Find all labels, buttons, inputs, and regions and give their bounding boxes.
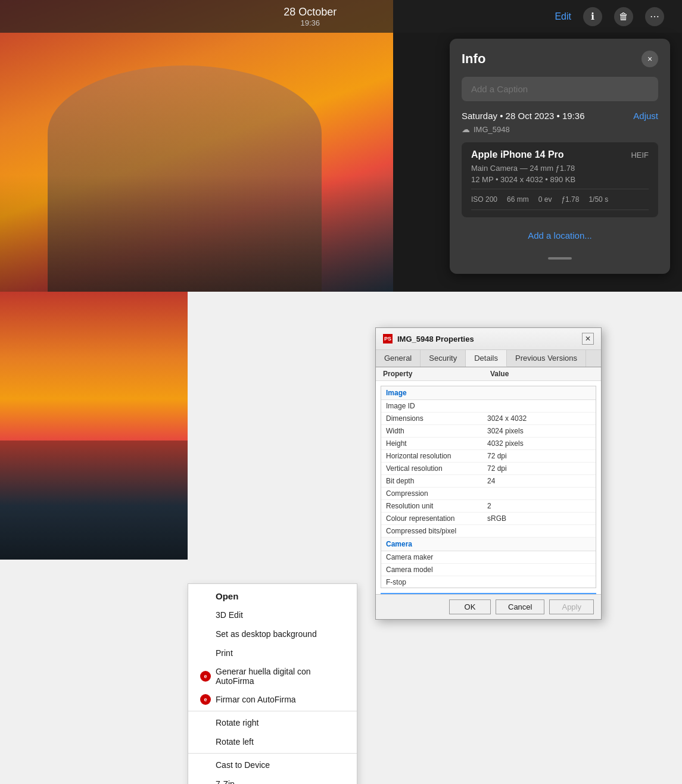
photo-viewer: 28 October 19:36 Edit ℹ 🗑 ⋯ Info × Satur… — [0, 0, 682, 292]
main-photo — [0, 0, 393, 292]
more-button[interactable]: ⋯ — [645, 7, 664, 26]
properties-dialog: PS IMG_5948 Properties ✕ General Securit… — [375, 327, 602, 620]
sep1 — [188, 711, 357, 711]
cloud-icon: ☁ — [462, 124, 470, 134]
fstop-spec: ƒ1.78 — [561, 195, 579, 204]
ctx-autofirma1[interactable]: e Generar huella digital con AutoFirma — [188, 663, 357, 690]
add-location-button[interactable]: Add a location... — [462, 224, 658, 246]
rotate-left-icon — [200, 736, 211, 747]
col-value-label: Value — [490, 370, 509, 378]
ctx-7zip-label: 7-Zip — [216, 779, 235, 784]
tab-security[interactable]: Security — [421, 350, 466, 367]
prop-colour-rep: Colour representation sRGB — [381, 513, 596, 525]
scroll-indicator — [462, 251, 658, 262]
context-menu: Open 3D Edit Set as desktop background P… — [188, 583, 357, 784]
section-camera: Camera — [381, 538, 596, 551]
prop-camera-maker: Camera maker — [381, 551, 596, 564]
autofirma2-icon: e — [200, 694, 211, 705]
tab-previous-versions[interactable]: Previous Versions — [507, 350, 586, 367]
ctx-7zip[interactable]: 7-Zip — [188, 774, 357, 784]
dialog-close-button[interactable]: ✕ — [582, 333, 594, 345]
props-scroll-area[interactable]: Image Image ID Dimensions 3024 x 4032 Wi… — [381, 386, 596, 588]
prop-h-res: Horizontal resolution 72 dpi — [381, 450, 596, 463]
photo-meta: Saturday • 28 Oct 2023 • 19:36 Adjust — [462, 111, 658, 121]
couple-silhouette — [48, 65, 322, 292]
rotate-right-icon — [200, 717, 211, 728]
prop-compression: Compression — [381, 488, 596, 500]
heif-badge: HEIF — [631, 151, 649, 160]
tab-general[interactable]: General — [376, 350, 421, 367]
time-text: 19:36 — [284, 18, 337, 27]
ctx-rotate-right-label: Rotate right — [216, 718, 259, 727]
dialog-title-text: IMG_5948 Properties — [397, 335, 474, 343]
edit-button[interactable]: Edit — [555, 11, 571, 22]
ev-spec: 0 ev — [538, 195, 552, 204]
ctx-open-label: Open — [216, 591, 238, 601]
device-header: Apple iPhone 14 Pro HEIF — [471, 149, 649, 160]
ctx-rotate-left-label: Rotate left — [216, 737, 254, 746]
caption-input[interactable] — [462, 77, 658, 101]
prop-width: Width 3024 pixels — [381, 425, 596, 438]
dialog-content: Property Value Image Image ID Dimensions… — [376, 367, 601, 594]
prop-compressed-bits: Compressed bits/pixel — [381, 525, 596, 538]
second-photo — [0, 292, 188, 560]
props-table-header: Property Value — [376, 367, 601, 381]
tech-specs: ISO 200 66 mm 0 ev ƒ1.78 1/50 s — [471, 189, 649, 210]
cancel-button[interactable]: Cancel — [496, 599, 544, 614]
desktop-bg-icon — [200, 629, 211, 639]
open-icon — [200, 591, 211, 601]
ctx-desktop-bg[interactable]: Set as desktop background — [188, 624, 357, 644]
ctx-cast[interactable]: Cast to Device — [188, 755, 357, 774]
ctx-autofirma2-label: Firmar con AutoFirma — [216, 695, 296, 704]
ctx-print-label: Print — [216, 648, 233, 658]
prop-dimensions: Dimensions 3024 x 4032 — [381, 413, 596, 425]
ctx-rotate-right[interactable]: Rotate right — [188, 713, 357, 732]
prop-res-unit: Resolution unit 2 — [381, 500, 596, 513]
device-name: Apple iPhone 14 Pro — [471, 149, 564, 160]
ctx-3d-edit-label: 3D Edit — [216, 610, 243, 620]
prop-height: Height 4032 pixels — [381, 438, 596, 450]
dialog-tabs: General Security Details Previous Versio… — [376, 350, 601, 367]
dialog-title: PS IMG_5948 Properties — [383, 334, 474, 343]
info-panel: Info × Saturday • 28 Oct 2023 • 19:36 Ad… — [450, 39, 670, 274]
date-display: 28 October 19:36 — [284, 6, 337, 27]
photo-date: Saturday • 28 Oct 2023 • 19:36 — [462, 111, 584, 121]
section-image: Image — [381, 386, 596, 400]
autofirma1-icon: e — [200, 671, 211, 682]
apply-button[interactable]: Apply — [549, 599, 594, 614]
filename-text: IMG_5948 — [474, 125, 510, 134]
ok-button[interactable]: OK — [449, 599, 491, 614]
dialog-titlebar: PS IMG_5948 Properties ✕ — [376, 328, 601, 350]
sep2 — [188, 753, 357, 754]
adjust-button[interactable]: Adjust — [633, 111, 658, 121]
delete-button[interactable]: 🗑 — [614, 7, 633, 26]
col-property-label: Property — [383, 370, 490, 378]
dialog-footer: OK Cancel Apply — [376, 594, 601, 619]
ctx-3d-edit[interactable]: 3D Edit — [188, 605, 357, 624]
dialog-title-icon: PS — [383, 334, 393, 343]
ctx-desktop-bg-label: Set as desktop background — [216, 629, 317, 639]
scroll-bar — [548, 257, 572, 260]
top-bar-actions: Edit ℹ 🗑 ⋯ — [555, 7, 664, 26]
info-panel-header: Info × — [462, 51, 658, 67]
ctx-rotate-left[interactable]: Rotate left — [188, 732, 357, 751]
prop-camera-model: Camera model — [381, 564, 596, 576]
ctx-print[interactable]: Print — [188, 644, 357, 663]
top-bar: 28 October 19:36 Edit ℹ 🗑 ⋯ — [0, 0, 682, 33]
prop-bit-depth: Bit depth 24 — [381, 475, 596, 488]
photo-specs: 12 MP • 3024 x 4032 • 890 KB — [471, 175, 649, 184]
shutter-spec: 1/50 s — [588, 195, 608, 204]
info-panel-close-button[interactable]: × — [641, 51, 658, 67]
focal-spec: 66 mm — [507, 195, 529, 204]
photo-filename: ☁ IMG_5948 — [462, 124, 658, 134]
ctx-open[interactable]: Open — [188, 586, 357, 605]
ctx-autofirma2[interactable]: e Firmar con AutoFirma — [188, 690, 357, 709]
camera-info: Main Camera — 24 mm ƒ1.78 — [471, 164, 649, 173]
ctx-autofirma1-label: Generar huella digital con AutoFirma — [216, 667, 345, 686]
cast-icon — [200, 760, 211, 770]
info-button[interactable]: ℹ — [583, 7, 602, 26]
print-icon — [200, 648, 211, 658]
3d-edit-icon — [200, 610, 211, 620]
info-panel-title: Info — [462, 51, 485, 67]
tab-details[interactable]: Details — [466, 350, 507, 367]
